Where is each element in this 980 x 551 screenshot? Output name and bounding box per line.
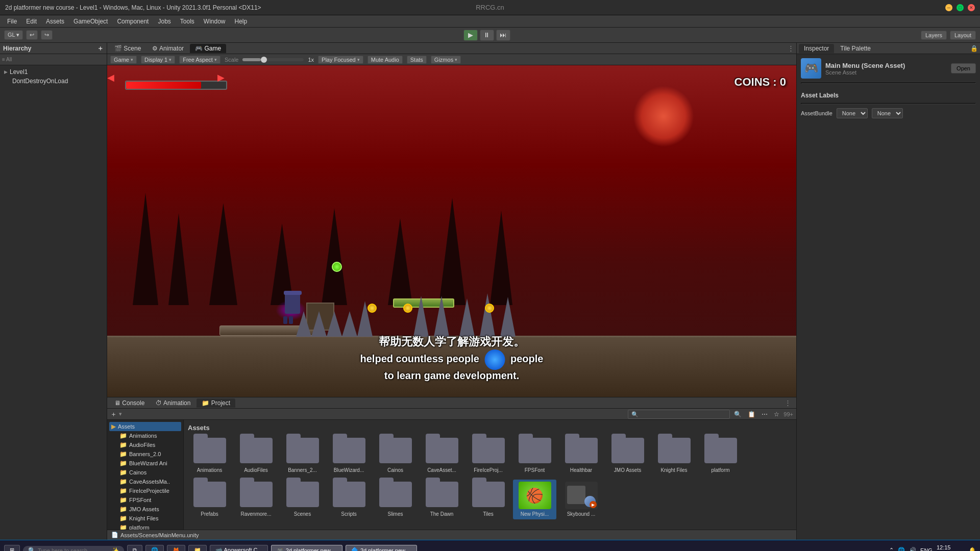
asset-scripts[interactable]: Scripts (327, 480, 371, 519)
proj-item-assets[interactable]: ▶ Assets (109, 422, 181, 431)
view-tab-options[interactable]: ⋮ (788, 44, 794, 52)
hierarchy-item-dontdestroy[interactable]: DontDestroyOnLoad (2, 77, 105, 86)
hierarchy-add-button[interactable]: ＋ (97, 44, 104, 53)
pause-button[interactable]: ⏸ (480, 30, 494, 41)
undo-button[interactable]: ↩ (26, 30, 38, 40)
play-focused-btn[interactable]: Play Focused ▾ (318, 56, 363, 64)
maximize-button[interactable]: □ (957, 4, 964, 11)
taskbar-firefox-btn[interactable]: 🦊 (167, 545, 185, 551)
asset-audiofiles[interactable]: AudioFiles (234, 436, 278, 475)
menu-window[interactable]: Window (200, 17, 230, 26)
menu-gameobject[interactable]: GameObject (69, 17, 112, 26)
minimize-button[interactable]: ─ (945, 4, 952, 11)
step-button[interactable]: ⏭ (496, 30, 510, 41)
taskbar-unity-btn[interactable]: 🎮 2d platformer new ... (271, 545, 342, 551)
display-dropdown[interactable]: Display 1 ▾ (141, 56, 175, 64)
tray-expand[interactable]: ⌃ (889, 547, 894, 551)
scene-tab[interactable]: 🎬 Scene (109, 44, 146, 53)
asset-tiles[interactable]: Tiles (467, 480, 510, 519)
project-star-icon[interactable]: ☆ (772, 410, 781, 419)
project-toolbar: ＋ ▾ 🔍 📋 ⋯ ☆ 99+ (107, 409, 796, 420)
asset-scenes[interactable]: Scenes (281, 480, 324, 519)
project-view-icon[interactable]: ⋯ (760, 410, 770, 419)
taskbar-apowersoft-btn[interactable]: 📹 Apowersoft C... (210, 545, 268, 551)
menu-edit[interactable]: Edit (22, 17, 41, 26)
proj-item-fpsfont[interactable]: 📁 FPSFont (109, 495, 181, 505)
proj-item-knight[interactable]: 📁 Knight Files (109, 514, 181, 523)
proj-item-animations[interactable]: 📁 Animations (109, 431, 181, 440)
proj-item-audiofiles[interactable]: 📁 AudioFiles (109, 440, 181, 449)
redo-button[interactable]: ↪ (41, 30, 53, 40)
asset-animations[interactable]: Animations (188, 436, 231, 475)
scale-slider[interactable] (242, 58, 304, 61)
gl-button[interactable]: GL ▾ (4, 30, 23, 40)
asset-jmo[interactable]: JMO Assets (606, 436, 649, 475)
taskbar-files-btn[interactable]: 📁 (188, 545, 207, 551)
animator-tab[interactable]: ⚙ Animator (147, 44, 189, 53)
game-view: ◀ ▶ COINS : 0 帮助无数人学了解游戏开发。 helped count… (107, 65, 796, 397)
menu-help[interactable]: Help (231, 17, 252, 26)
asset-banners[interactable]: Banners_2... (281, 436, 324, 475)
asset-bluewizard[interactable]: BlueWizard... (327, 436, 371, 475)
asset-slimes[interactable]: Slimes (374, 480, 417, 519)
project-add-button[interactable]: ＋ (110, 410, 117, 419)
aspect-dropdown[interactable]: Free Aspect ▾ (179, 56, 220, 64)
taskbar-unity2-btn[interactable]: 🔷 2d platformer new ... (346, 545, 417, 551)
proj-item-banners[interactable]: 📁 Banners_2.0 (109, 449, 181, 459)
asset-skybound[interactable]: ▶ Skybound ... (559, 480, 603, 519)
menu-assets[interactable]: Assets (42, 17, 68, 26)
health-arrow-left: ◀ (107, 72, 114, 83)
menu-tools[interactable]: Tools (176, 17, 199, 26)
inspector-options[interactable]: 🔒 (970, 45, 978, 52)
layout-button[interactable]: Layout (950, 31, 976, 40)
stats-btn[interactable]: Stats (407, 56, 427, 64)
taskbar-windows-button[interactable]: ⧉ (127, 545, 142, 551)
animation-tab[interactable]: ⏱ Animation (151, 398, 195, 408)
asset-caveasset[interactable]: CaveAsset... (420, 436, 463, 475)
proj-item-jmo[interactable]: 📁 JMO Assets (109, 505, 181, 514)
asset-ravenmore[interactable]: Ravenmore... (234, 480, 278, 519)
proj-item-platform[interactable]: 📁 platform (109, 523, 181, 530)
asset-platform[interactable]: platform (699, 436, 742, 475)
taskbar-browser-btn[interactable]: 🌐 (145, 545, 164, 551)
asset-fireice[interactable]: FireIceProj... (467, 436, 510, 475)
project-search-input[interactable] (628, 410, 730, 419)
tile-palette-tab[interactable]: Tile Palette (835, 44, 876, 53)
asset-thedawn[interactable]: The Dawn (420, 480, 463, 519)
asset-bundle-select1[interactable]: None (837, 108, 868, 118)
proj-item-bluewizard[interactable]: 📁 BlueWizard Ani (109, 459, 181, 468)
project-tab[interactable]: 📁 Project (197, 398, 235, 408)
project-sort-icon[interactable]: 📋 (746, 410, 757, 419)
gizmos-btn[interactable]: Gizmos ▾ (431, 56, 461, 64)
asset-cainos[interactable]: Cainos (374, 436, 417, 475)
menu-file[interactable]: File (3, 17, 21, 26)
asset-knight[interactable]: Knight Files (652, 436, 696, 475)
close-button[interactable]: ✕ (968, 4, 975, 11)
menu-jobs[interactable]: Jobs (154, 17, 175, 26)
hierarchy-item-level1[interactable]: ▶ Level1 (2, 67, 105, 77)
console-tab[interactable]: 🖥 Console (109, 398, 150, 408)
mute-btn[interactable]: Mute Audio (368, 56, 403, 64)
bottom-panel-options[interactable]: ⋮ (781, 399, 794, 407)
start-button[interactable]: ⊞ (4, 545, 20, 551)
proj-item-fireice[interactable]: 📁 FireIceProjectile (109, 486, 181, 495)
folder-icon-scripts (333, 482, 365, 509)
inspector-tab[interactable]: Inspector (799, 44, 834, 53)
project-options[interactable]: ▾ (119, 411, 122, 417)
asset-healthbar[interactable]: Healthbar (559, 436, 603, 475)
game-tab[interactable]: 🎮 Game (190, 44, 226, 53)
proj-item-caveassets[interactable]: 📁 CaveAssetsMa.. (109, 477, 181, 486)
proj-item-cainos[interactable]: 📁 Cainos (109, 468, 181, 477)
play-button[interactable]: ▶ (463, 30, 478, 41)
layers-button[interactable]: Layers (921, 31, 947, 40)
asset-bundle-select2[interactable]: None (872, 108, 903, 118)
asset-prefabs[interactable]: Prefabs (188, 480, 231, 519)
taskbar-search-input[interactable] (38, 547, 109, 552)
inspector-open-button[interactable]: Open (951, 63, 976, 73)
menu-component[interactable]: Component (113, 17, 153, 26)
notification-icon[interactable]: 🔔 (969, 547, 976, 551)
asset-fpsfont[interactable]: FPSFont (513, 436, 556, 475)
game-dropdown[interactable]: Game ▾ (110, 56, 137, 64)
project-filter-icon[interactable]: 🔍 (732, 410, 744, 419)
asset-newphysics[interactable]: 🏀 New Physi... (513, 480, 556, 519)
